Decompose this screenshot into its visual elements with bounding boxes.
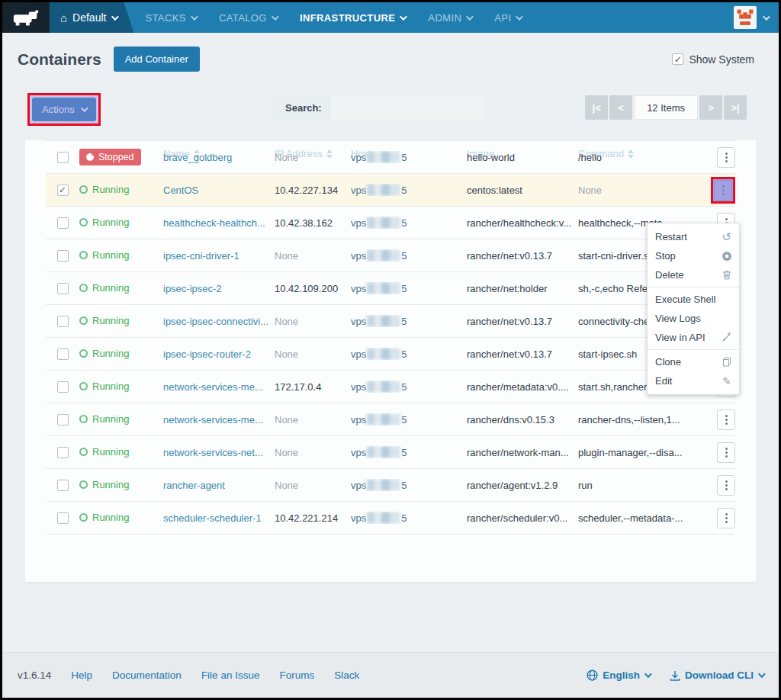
menu-item-restart[interactable]: Restart ↺: [648, 227, 739, 246]
footer-link-documentation[interactable]: Documentation: [112, 669, 182, 681]
row-actions-kebab[interactable]: [717, 475, 735, 496]
container-name-link[interactable]: ipsec-cni-driver-1: [163, 250, 239, 262]
footer-link-slack[interactable]: Slack: [334, 669, 359, 681]
menu-item-view-logs[interactable]: View Logs: [648, 309, 739, 328]
image-name: rancher/net:v0.13.7: [467, 250, 552, 262]
row-actions-kebab[interactable]: [717, 508, 735, 528]
container-name-link[interactable]: ipsec-ipsec-2: [163, 283, 222, 294]
row-actions-kebab[interactable]: [717, 409, 735, 430]
command-text: start-ipsec.sh: [578, 348, 637, 360]
nav-item-api[interactable]: API: [483, 2, 532, 33]
row-checkbox[interactable]: [57, 185, 69, 196]
container-name-link[interactable]: scheduler-scheduler-1: [163, 512, 262, 524]
menu-item-view-in-api[interactable]: View in API: [648, 328, 739, 347]
row-checkbox[interactable]: [57, 283, 69, 294]
image-name: rancher/net:holder: [467, 283, 548, 294]
row-actions-kebab[interactable]: [717, 442, 735, 463]
nav-item-infrastructure[interactable]: INFRASTRUCTURE: [288, 2, 416, 33]
row-actions-kebab[interactable]: [717, 147, 735, 168]
container-name-link[interactable]: rancher-agent: [163, 480, 225, 491]
language-selector[interactable]: English: [587, 669, 650, 681]
rancher-logo[interactable]: [2, 2, 50, 33]
ip-address: None: [275, 316, 298, 327]
host-link[interactable]: vps5: [351, 217, 407, 229]
containers-panel: State Name IP Address Host Image Command…: [25, 140, 756, 583]
host-link[interactable]: vps5: [351, 315, 407, 327]
chevron-down-icon: [191, 13, 198, 21]
image-name: centos:latest: [467, 185, 522, 196]
row-checkbox[interactable]: [57, 447, 69, 458]
row-checkbox[interactable]: [57, 217, 69, 229]
container-name-link[interactable]: brave_goldberg: [163, 152, 232, 163]
host-link[interactable]: vps5: [351, 381, 407, 393]
menu-item-stop[interactable]: Stop: [648, 246, 739, 265]
status-badge: Running: [79, 282, 129, 294]
actions-dropdown-button[interactable]: Actions: [32, 98, 96, 121]
download-cli-selector[interactable]: Download CLI: [670, 669, 763, 681]
next-page-button[interactable]: >: [699, 95, 722, 120]
state-label: Running: [92, 348, 129, 359]
environment-selector[interactable]: ⌂ Default: [50, 2, 133, 33]
host-link[interactable]: vps5: [351, 151, 407, 163]
nav-item-catalog[interactable]: CATALOG: [207, 2, 288, 33]
menu-item-delete[interactable]: Delete: [648, 265, 739, 284]
user-avatar[interactable]: [734, 6, 757, 29]
row-checkbox[interactable]: [57, 152, 69, 163]
row-checkbox[interactable]: [57, 512, 69, 524]
ip-address: 10.42.221.214: [275, 512, 338, 524]
row-checkbox[interactable]: [57, 381, 69, 393]
row-checkbox[interactable]: [57, 414, 69, 425]
host-link[interactable]: vps5: [351, 446, 407, 458]
container-name-link[interactable]: ipsec-ipsec-router-2: [163, 348, 251, 360]
host-link[interactable]: vps5: [351, 512, 407, 524]
host-link[interactable]: vps5: [351, 413, 407, 425]
menu-item-execute-shell[interactable]: Execute Shell: [648, 290, 739, 309]
menu-item-edit[interactable]: Edit ✎: [648, 371, 739, 390]
identicon: [735, 8, 755, 27]
nav-item-admin[interactable]: ADMIN: [416, 2, 483, 33]
container-name-link[interactable]: ipsec-ipsec-connectivi...: [163, 316, 268, 327]
redacted-host: [367, 282, 400, 294]
first-page-button[interactable]: |<: [585, 95, 608, 120]
row-checkbox[interactable]: [57, 316, 69, 327]
row-checkbox[interactable]: [57, 250, 69, 262]
row-actions-kebab[interactable]: [714, 180, 732, 201]
search-input[interactable]: [331, 95, 484, 120]
nav-item-stacks[interactable]: STACKS: [133, 2, 207, 33]
last-page-button[interactable]: >|: [724, 95, 747, 120]
container-name-link[interactable]: network-services-me...: [163, 414, 263, 425]
host-link[interactable]: vps5: [351, 479, 407, 491]
redacted-host: [367, 479, 400, 491]
image-name: rancher/healthcheck:v...: [467, 217, 571, 229]
container-name-link[interactable]: CentOS: [163, 185, 198, 196]
redacted-host: [367, 413, 400, 425]
host-link[interactable]: vps5: [351, 282, 407, 294]
host-link[interactable]: vps5: [351, 249, 407, 262]
status-badge: Running: [79, 249, 129, 261]
external-link-icon: [722, 332, 731, 342]
footer-link-forums[interactable]: Forums: [279, 669, 314, 681]
state-label: Running: [92, 446, 129, 458]
menu-item-clone[interactable]: Clone: [648, 352, 739, 371]
status-badge: Running: [79, 381, 129, 392]
chevron-down-icon[interactable]: [763, 13, 770, 21]
add-container-button[interactable]: Add Container: [114, 47, 200, 72]
prev-page-button[interactable]: <: [609, 95, 632, 120]
host-link[interactable]: vps5: [351, 348, 407, 360]
container-name-link[interactable]: network-services-net...: [163, 447, 263, 458]
footer-link-file-an-issue[interactable]: File an Issue: [201, 669, 260, 681]
items-count-label: 12 Items: [634, 95, 698, 120]
kebab-icon: [725, 448, 728, 458]
show-system-label: Show System: [689, 53, 754, 66]
row-checkbox[interactable]: [57, 480, 69, 491]
show-system-checkbox[interactable]: [672, 53, 683, 65]
host-link[interactable]: vps5: [351, 184, 407, 196]
container-name-link[interactable]: healthcheck-healthch...: [163, 217, 265, 229]
state-label: Stopped: [98, 152, 134, 162]
footer-link-help[interactable]: Help: [71, 669, 92, 681]
state-icon: [79, 185, 88, 194]
container-name-link[interactable]: network-services-me...: [163, 381, 263, 393]
state-icon: [79, 448, 88, 456]
clone-icon: [722, 357, 731, 367]
row-checkbox[interactable]: [57, 348, 69, 360]
